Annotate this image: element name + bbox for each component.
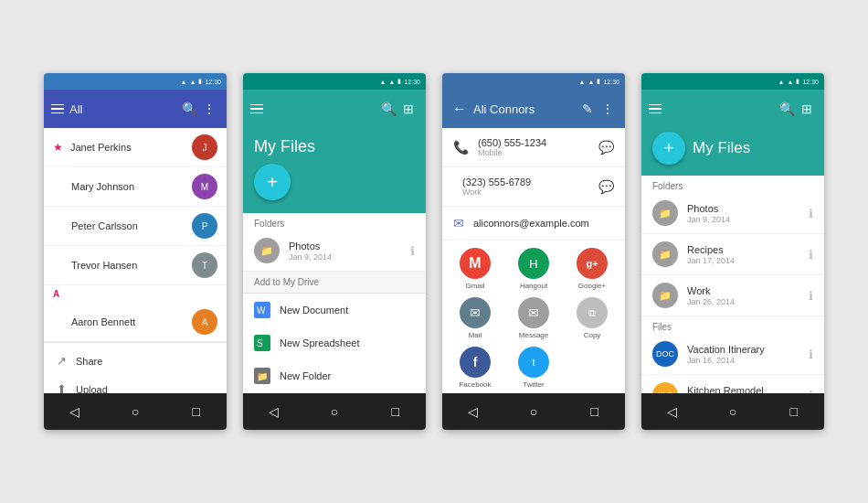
home-button[interactable]: ○: [321, 398, 348, 425]
folder-recipes-info: Recipes Jan 17, 2014: [687, 244, 809, 265]
folder-photos[interactable]: 📁 Photos Jan 9, 2014 ℹ: [243, 230, 426, 272]
back-button[interactable]: ◁: [259, 398, 287, 425]
contact-name: Mary Johnson: [71, 181, 134, 192]
battery-icon: ▮: [198, 78, 202, 85]
share-message[interactable]: ✉ Message: [508, 297, 559, 339]
back-icon[interactable]: ←: [450, 99, 470, 119]
phone2-nav-bar: 🔍 ⊞: [243, 90, 426, 128]
folder-work-date: Jan 26, 2014: [687, 297, 809, 306]
hamburger-menu-icon[interactable]: [51, 104, 64, 114]
grid-view-icon[interactable]: ⊞: [797, 99, 817, 119]
more-options-icon[interactable]: ⋮: [199, 99, 219, 119]
signal-icon: ▲: [380, 79, 386, 85]
facebook-label: Facebook: [459, 380, 491, 389]
back-button[interactable]: ◁: [60, 398, 88, 425]
more-icon[interactable]: ℹ: [809, 207, 813, 220]
grid-view-icon[interactable]: ⊞: [398, 99, 418, 119]
file-vacation[interactable]: DOC Vacation Itinerary Jan 16, 2014 ℹ: [641, 334, 824, 375]
email-icon: ✉: [453, 216, 464, 230]
fab-add-button[interactable]: +: [652, 132, 685, 165]
folders-section: Folders: [641, 176, 824, 193]
folder-recipes[interactable]: 📁 Recipes Jan 17, 2014 ℹ: [641, 234, 824, 275]
upload-icon: ⬆: [57, 382, 67, 393]
share-twitter[interactable]: t Twitter: [508, 347, 559, 389]
share-hangouts[interactable]: H Hangout: [508, 248, 559, 290]
contact-name: Aaron Bennett: [71, 316, 135, 327]
battery-icon: ▮: [397, 78, 401, 85]
home-button[interactable]: ○: [520, 398, 547, 425]
gmail-icon: M: [460, 248, 491, 279]
message-icon[interactable]: 💬: [598, 140, 614, 155]
message-share-icon: ✉: [518, 297, 549, 328]
contact-item-janet[interactable]: ★ Janet Perkins J: [44, 128, 227, 167]
phone2-bottom-nav: ◁ ○ □: [243, 393, 426, 430]
svg-text:S: S: [257, 338, 263, 348]
new-spreadsheet-item[interactable]: S New Spreadsheet: [243, 326, 426, 359]
phone4-title-row: + My Files: [641, 128, 824, 176]
folder-work-name: Work: [687, 285, 809, 296]
folder-photos-4[interactable]: 📁 Photos Jan 9, 2014 ℹ: [641, 193, 824, 234]
new-folder-item[interactable]: 📁 New Folder: [243, 359, 426, 392]
new-document-item[interactable]: W New Document: [243, 294, 426, 326]
email-row[interactable]: ✉ aliconnors@example.com: [442, 207, 625, 241]
home-button[interactable]: ○: [719, 398, 746, 425]
share-gplus[interactable]: g+ Google+: [566, 248, 618, 290]
file-kitchen-info: Kitchen Remodel Jan 16, 2014: [687, 385, 809, 394]
message-icon2[interactable]: 💬: [598, 179, 614, 194]
search-icon[interactable]: 🔍: [378, 99, 398, 119]
file-kitchen[interactable]: XLS Kitchen Remodel Jan 16, 2014 ℹ: [641, 375, 824, 393]
phone-work-row[interactable]: (323) 555-6789 Work 💬: [442, 167, 625, 207]
share-mail[interactable]: ✉ Mail: [450, 297, 501, 339]
more-icon[interactable]: ℹ: [410, 244, 415, 258]
contact-item-peter[interactable]: Peter Carlsson P: [44, 207, 227, 246]
contact-item-aaron[interactable]: Aaron Bennett A: [44, 303, 227, 342]
new-folder-label: New Folder: [280, 370, 331, 381]
more-icon[interactable]: ℹ: [809, 248, 813, 262]
folder-photos-name: Photos: [687, 203, 809, 214]
share-facebook[interactable]: f Facebook: [450, 347, 501, 389]
phone1-bottom-nav: ◁ ○ □: [44, 393, 227, 430]
wifi-icon: ▲: [389, 79, 396, 85]
phone-2-myfiles: ▲ ▲ ▮ 12:30 🔍 ⊞ My Files + Folders 📁 Pho…: [243, 73, 426, 430]
more-options-icon[interactable]: ⋮: [598, 99, 618, 119]
phone-4-myfiles-full: ▲ ▲ ▮ 12:30 🔍 ⊞ + My Files Folders: [641, 73, 824, 430]
search-icon[interactable]: 🔍: [179, 99, 199, 119]
phone-mobile-row[interactable]: 📞 (650) 555-1234 Mobile 💬: [442, 128, 625, 167]
file-kitchen-icon: XLS: [652, 382, 678, 393]
more-icon[interactable]: ℹ: [809, 348, 813, 361]
signal-icon: ▲: [181, 79, 187, 85]
search-icon[interactable]: 🔍: [777, 99, 797, 119]
share-copy[interactable]: ⧉ Copy: [566, 297, 618, 339]
doc-icon: W: [254, 302, 270, 318]
gmail-label: Gmail: [466, 282, 485, 290]
copy-label: Copy: [584, 331, 601, 339]
hamburger-menu-icon[interactable]: [649, 104, 662, 114]
more-icon[interactable]: ℹ: [809, 289, 813, 303]
recents-button[interactable]: □: [382, 398, 409, 425]
back-button[interactable]: ◁: [459, 398, 486, 425]
phone-1-contacts: ▲ ▲ ▮ 12:30 All 🔍 ⋮ ★ Janet Perkins J Ma…: [44, 73, 227, 430]
twitter-icon: t: [518, 347, 549, 378]
avatar-mary: M: [192, 174, 217, 199]
add-to-drive-header: Add to My Drive: [243, 272, 426, 294]
fab-add-button[interactable]: +: [254, 164, 291, 200]
phone3-bottom-nav: ◁ ○ □: [442, 393, 625, 430]
file-vacation-icon: DOC: [652, 341, 678, 367]
hamburger-menu-icon[interactable]: [250, 104, 263, 114]
upload-label: Upload: [76, 384, 108, 394]
contact-item-mary[interactable]: Mary Johnson M: [44, 167, 227, 207]
upload-menu-item[interactable]: ⬆ Upload: [44, 375, 227, 393]
share-gmail[interactable]: M Gmail: [450, 248, 501, 290]
recents-button[interactable]: □: [780, 398, 808, 425]
folder-work[interactable]: 📁 Work Jan 26, 2014 ℹ: [641, 275, 824, 316]
share-menu-item[interactable]: ↗ Share: [44, 347, 227, 375]
recents-button[interactable]: □: [581, 398, 609, 425]
edit-icon[interactable]: ✎: [577, 99, 598, 119]
home-button[interactable]: ○: [122, 398, 149, 425]
avatar-janet: J: [192, 134, 217, 160]
avatar-aaron: A: [192, 309, 217, 335]
back-button[interactable]: ◁: [658, 398, 685, 425]
recents-button[interactable]: □: [183, 398, 210, 425]
phone-icon: 📞: [453, 140, 469, 155]
contact-item-trevor[interactable]: Trevor Hansen T: [44, 246, 227, 285]
